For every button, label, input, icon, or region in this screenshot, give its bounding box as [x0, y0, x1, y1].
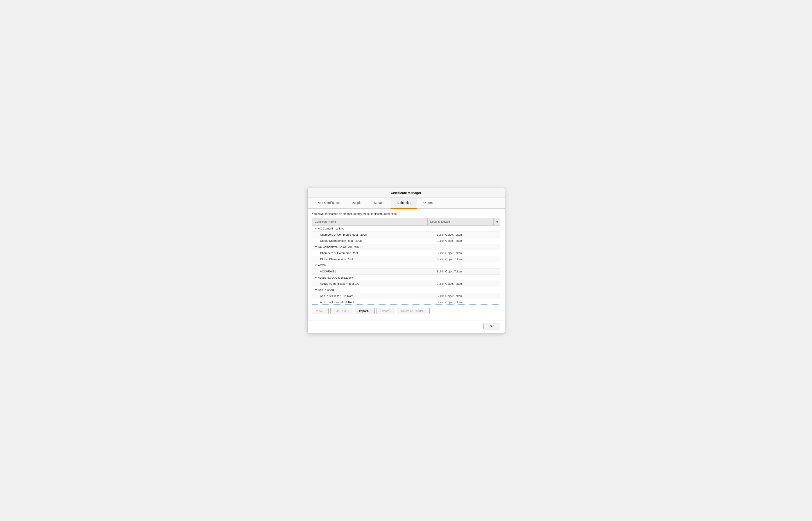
cert-name: ACCVRAIZ1 — [312, 269, 434, 274]
certificate-manager-dialog: Certificate Manager Your Certificates Pe… — [307, 188, 505, 333]
tab-your-certificates[interactable]: Your Certificates — [311, 198, 346, 209]
expand-icon — [315, 277, 317, 278]
group-name: Actalis S.p.A./03358520967 — [318, 276, 353, 279]
description-text: You have certificates on file that ident… — [312, 212, 500, 216]
expand-icon — [315, 228, 317, 229]
ok-button[interactable]: OK — [483, 323, 500, 330]
group-name: AC Camerfirma S.A. — [318, 227, 344, 230]
dialog-title: Certificate Manager — [307, 188, 505, 198]
table-group-row[interactable]: AC Camerfirma S.A. — [312, 226, 500, 232]
security-device — [434, 263, 500, 268]
dialog-footer: OK — [307, 320, 505, 333]
cert-name: AddTrust External CA Root — [312, 299, 434, 304]
group-name: ACCV — [318, 264, 326, 267]
tab-authorities[interactable]: Authorities — [390, 198, 417, 209]
security-device: Builtin Object Token — [434, 281, 500, 287]
dialog-body: You have certificates on file that ident… — [307, 209, 505, 318]
table-group-row[interactable]: AC Camerfirma SA CIF A82743287 — [312, 244, 500, 250]
grid-icon: ⊞ — [496, 221, 498, 223]
tab-others[interactable]: Others — [417, 198, 439, 209]
table-child-row[interactable]: AddTrust Class 1 CA RootBuiltin Object T… — [312, 293, 500, 299]
table-group-row[interactable]: AddTrust AB — [312, 287, 500, 293]
expand-icon — [315, 246, 317, 247]
cert-name: Actalis Authentication Root CA — [312, 281, 434, 287]
certificate-table: Certificate Name Security Device ⊞ AC Ca… — [312, 218, 500, 305]
cert-name: Chambers of Commerce Root - 2008 — [312, 232, 434, 237]
table-child-row[interactable]: AddTrust External CA RootBuiltin Object … — [312, 299, 500, 304]
expand-icon — [315, 289, 317, 290]
table-child-row[interactable]: Actalis Authentication Root CABuiltin Ob… — [312, 281, 500, 287]
group-name: AC Camerfirma SA CIF A82743287 — [318, 245, 363, 249]
col-device-header: Security Device — [428, 218, 493, 225]
expand-icon — [315, 265, 317, 266]
export-button[interactable]: Export... — [376, 308, 395, 314]
security-device — [434, 226, 500, 231]
col-name-header: Certificate Name — [312, 218, 428, 225]
action-buttons: View... Edit Trust... Import... Export..… — [312, 308, 500, 315]
security-device — [434, 275, 500, 280]
cert-name: AddTrust Class 1 CA Root — [312, 293, 434, 299]
group-name: AddTrust AB — [318, 288, 334, 292]
security-device: Builtin Object Token — [434, 238, 500, 244]
col-actions-header: ⊞ — [493, 218, 500, 225]
tabs-bar: Your Certificates People Servers Authori… — [307, 198, 505, 209]
import-button[interactable]: Import... — [355, 308, 374, 314]
security-device — [434, 244, 500, 250]
table-group-row[interactable]: Actalis S.p.A./03358520967 — [312, 275, 500, 281]
edit-trust-button[interactable]: Edit Trust... — [330, 308, 353, 314]
table-group-row[interactable]: ACCV — [312, 263, 500, 269]
title-text: Certificate Manager — [391, 191, 421, 195]
table-child-row[interactable]: ACCVRAIZ1Builtin Object Token — [312, 269, 500, 275]
view-button[interactable]: View... — [312, 308, 329, 314]
cert-name: Chambers of Commerce Root — [312, 250, 434, 256]
security-device — [434, 287, 500, 293]
tab-people[interactable]: People — [346, 198, 368, 209]
table-header: Certificate Name Security Device ⊞ — [312, 218, 500, 226]
security-device: Builtin Object Token — [434, 250, 500, 256]
cert-name: Global Chambersign Root — [312, 256, 434, 262]
table-child-row[interactable]: Global Chambersign RootBuiltin Object To… — [312, 256, 500, 263]
delete-or-distrust-button[interactable]: Delete or Distrust... — [397, 308, 430, 314]
table-child-row[interactable]: Chambers of Commerce RootBuiltin Object … — [312, 250, 500, 256]
security-device: Builtin Object Token — [434, 269, 500, 274]
security-device: Builtin Object Token — [434, 293, 500, 299]
table-child-row[interactable]: Chambers of Commerce Root - 2008Builtin … — [312, 232, 500, 238]
tab-servers[interactable]: Servers — [367, 198, 390, 209]
security-device: Builtin Object Token — [434, 299, 500, 304]
table-child-row[interactable]: Global Chambersign Root - 2008Builtin Ob… — [312, 238, 500, 244]
security-device: Builtin Object Token — [434, 232, 500, 237]
security-device: Builtin Object Token — [434, 256, 500, 262]
cert-name: Global Chambersign Root - 2008 — [312, 238, 434, 244]
table-rows: AC Camerfirma S.A.Chambers of Commerce R… — [312, 226, 500, 304]
